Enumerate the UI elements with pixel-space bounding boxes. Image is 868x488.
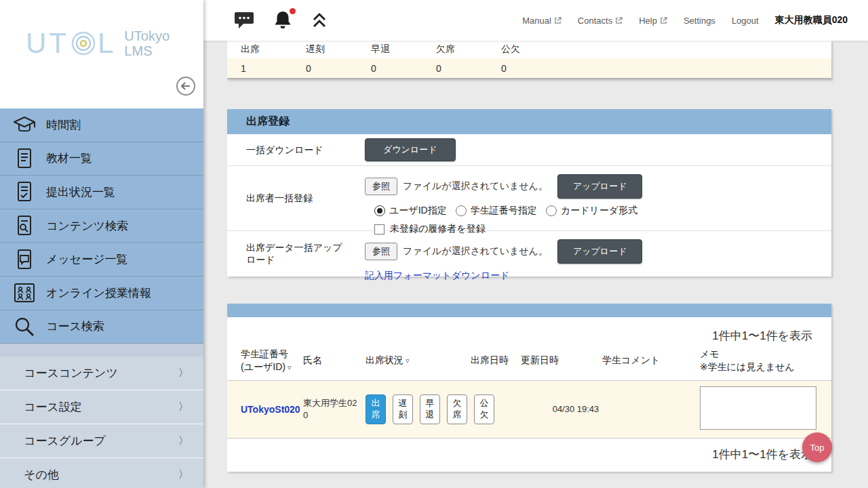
logo-text-right: L — [98, 27, 116, 60]
attendance-registration-panel: 出席登録 一括ダウンロード ダウンロード 出席者一括登録 参照 ファイルが選択さ… — [227, 109, 831, 277]
manual-link-label: Manual — [522, 16, 551, 26]
status-present-button[interactable]: 出席 — [366, 394, 386, 424]
status-excused-button[interactable]: 公欠 — [474, 394, 494, 424]
notification-bell-icon[interactable] — [272, 9, 294, 31]
bulk-download-row: 一括ダウンロード ダウンロード — [227, 134, 831, 166]
external-link-icon — [660, 17, 667, 24]
scroll-to-top-button[interactable]: Top — [802, 432, 832, 462]
browse-file-button[interactable]: 参照 — [365, 178, 397, 195]
radio-option-student-number[interactable]: 学生証番号指定 — [456, 205, 537, 217]
id-type-radio-group: ユーザID指定 学生証番号指定 カードリーダ形式 — [374, 205, 831, 217]
summary-header-present: 出席 — [227, 43, 292, 56]
sidebar: UT L UTokyo LMS — [0, 0, 203, 488]
header-status[interactable]: 出席状況▿ — [366, 354, 471, 367]
radio-card-reader-button[interactable] — [546, 205, 557, 216]
chevron-right-icon: 〉 — [178, 468, 189, 481]
register-unregistered-checkbox[interactable] — [374, 224, 384, 235]
sidebar-item-content-search[interactable]: コンテンツ検索 — [0, 209, 203, 243]
download-button[interactable]: ダウンロード — [365, 138, 456, 161]
sidebar-item-others[interactable]: その他 〉 — [0, 458, 203, 488]
header-student-number[interactable]: 学生証番号 (ユーザID)▿ — [241, 348, 303, 373]
upload-button[interactable]: アップロード — [557, 239, 643, 264]
radio-user-id-label: ユーザID指定 — [389, 205, 447, 217]
manual-link[interactable]: Manual — [522, 16, 561, 26]
logo-rings-icon — [71, 30, 96, 56]
attendance-summary-table: 出席 遅刻 早退 欠席 公欠 1 0 0 0 0 — [227, 41, 831, 79]
sort-icon[interactable]: ▿ — [288, 363, 292, 371]
attendee-bulk-register-label: 出席者一括登録 — [246, 192, 365, 212]
radio-student-number-label: 学生証番号指定 — [471, 205, 537, 217]
attendance-data-upload-row: 出席データ一括アップロード 参照 ファイルが選択されていません。 アップロード … — [227, 231, 831, 277]
online-class-icon — [11, 283, 38, 303]
sidebar-item-label: その他 — [24, 467, 59, 483]
data-file-line: 参照 ファイルが選択されていません。 アップロード — [365, 239, 831, 264]
summary-value-late: 0 — [292, 63, 357, 74]
logout-link[interactable]: Logout — [732, 16, 759, 26]
sidebar-main-menu: 時間割 教材一覧 提出状況一覧 — [0, 108, 203, 344]
student-id-link[interactable]: UTokyoSt020 — [241, 404, 300, 415]
attendance-list-panel: 1件中1〜1件を表示 学生証番号 (ユーザID)▿ 氏名 出席状況▿ 出席日時 … — [227, 304, 831, 472]
sort-icon[interactable]: ▿ — [406, 357, 410, 365]
unregistered-checkbox-line: 未登録の履修者を登録 — [374, 223, 831, 235]
collapse-up-icon[interactable] — [311, 12, 328, 29]
status-absent-button[interactable]: 欠席 — [447, 394, 467, 424]
summary-header-row: 出席 遅刻 早退 欠席 公欠 — [227, 41, 831, 58]
upload-button[interactable]: アップロード — [557, 174, 643, 199]
sidebar-item-online-class-info[interactable]: オンライン授業情報 — [0, 277, 203, 310]
radio-option-card-reader[interactable]: カードリーダ形式 — [546, 205, 637, 217]
sidebar-item-course-search[interactable]: コース検索 — [0, 310, 203, 344]
student-name: 東大用学生020 — [303, 397, 366, 422]
status-button-group: 出席 遅刻 早退 欠席 公欠 — [366, 394, 501, 424]
chevron-right-icon: 〉 — [178, 367, 189, 380]
sidebar-item-label: メッセージ一覧 — [46, 251, 128, 267]
chevron-right-icon: 〉 — [178, 434, 189, 447]
radio-option-user-id[interactable]: ユーザID指定 — [374, 205, 447, 217]
topbar-links: Manual Contacts Help — [522, 14, 848, 26]
radio-card-reader-label: カードリーダ形式 — [561, 205, 637, 217]
sidebar-item-label: 時間割 — [46, 117, 81, 133]
registration-panel-header: 出席登録 — [227, 109, 831, 134]
attendee-bulk-register-row: 出席者一括登録 参照 ファイルが選択されていません。 アップロード ユーザID指… — [227, 166, 831, 231]
sidebar-item-course-group[interactable]: コースグループ 〉 — [0, 424, 203, 458]
messages-bubble-icon[interactable] — [234, 11, 254, 30]
sidebar-item-label: コースコンテンツ — [24, 365, 118, 381]
help-link[interactable]: Help — [639, 16, 667, 26]
arrow-left-circle-icon — [176, 76, 196, 96]
logo-subtitle-line2: LMS — [124, 43, 170, 58]
header-attend-time: 出席日時 — [471, 354, 521, 367]
sidebar-item-label: コース設定 — [24, 399, 82, 415]
sidebar-item-submission-status[interactable]: 提出状況一覧 — [0, 176, 203, 209]
sidebar-item-label: コース検索 — [46, 319, 104, 334]
logout-link-label: Logout — [732, 16, 759, 26]
browse-file-button[interactable]: 参照 — [365, 243, 397, 260]
settings-link[interactable]: Settings — [684, 16, 715, 26]
memo-textarea[interactable] — [700, 386, 816, 430]
attendance-list-header-bar — [227, 304, 831, 317]
format-download-link[interactable]: 記入用フォーマットダウンロード — [365, 270, 509, 282]
sidebar-sub-menu: コースコンテンツ 〉 コース設定 〉 コースグループ 〉 その他 〉 — [0, 357, 203, 488]
sidebar-item-messages[interactable]: メッセージ一覧 — [0, 243, 203, 277]
notification-dot — [290, 8, 296, 14]
sidebar-item-label: コースグループ — [24, 433, 106, 449]
status-leave-early-button[interactable]: 早退 — [420, 394, 440, 424]
sidebar-item-course-settings[interactable]: コース設定 〉 — [0, 390, 203, 424]
header-student-comment: 学生コメント — [602, 354, 700, 367]
logo-subtitle-line1: UTokyo — [124, 28, 170, 43]
sidebar-item-timetable[interactable]: 時間割 — [0, 108, 203, 142]
submissions-icon — [11, 180, 38, 203]
timetable-icon — [11, 115, 38, 135]
sidebar-item-label: オンライン授業情報 — [46, 285, 151, 301]
no-file-selected-text: ファイルが選択されていません。 — [403, 245, 548, 258]
radio-user-id-button[interactable] — [374, 205, 385, 216]
contacts-link[interactable]: Contacts — [578, 16, 623, 26]
topbar: Manual Contacts Help — [203, 0, 868, 41]
main-content: 出席 遅刻 早退 欠席 公欠 1 0 0 0 0 出席登録 一括ダウンロード — [203, 41, 868, 488]
sidebar-item-materials[interactable]: 教材一覧 — [0, 142, 203, 176]
update-time-cell: 04/30 19:43 — [552, 404, 599, 414]
summary-value-excused: 0 — [488, 63, 553, 74]
sidebar-collapse-button[interactable] — [175, 76, 197, 98]
status-late-button[interactable]: 遅刻 — [393, 394, 413, 424]
help-link-label: Help — [639, 16, 657, 26]
radio-student-number-button[interactable] — [456, 205, 467, 216]
sidebar-item-course-contents[interactable]: コースコンテンツ 〉 — [0, 357, 203, 390]
